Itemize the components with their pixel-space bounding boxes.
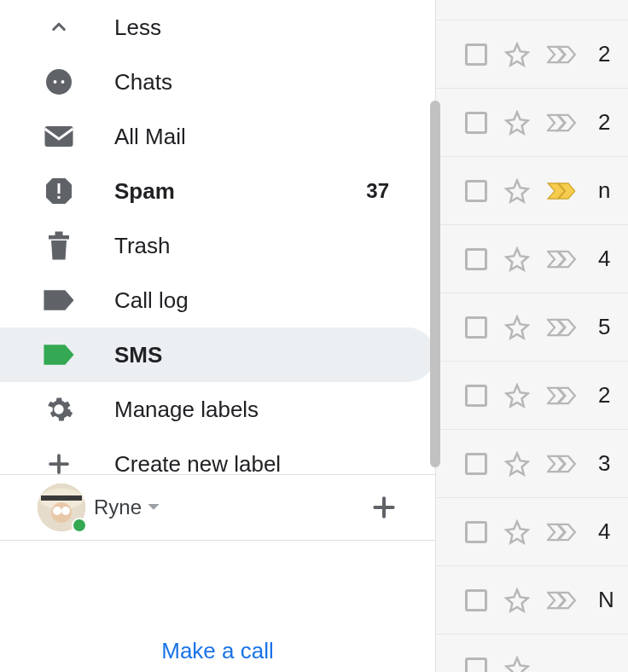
- row-checkbox[interactable]: [465, 658, 487, 673]
- importance-icon[interactable]: [547, 386, 576, 405]
- svg-point-13: [61, 507, 70, 515]
- sidebar-item-all-mail[interactable]: All Mail: [0, 109, 435, 164]
- star-icon[interactable]: [504, 110, 530, 136]
- svg-point-2: [61, 80, 65, 84]
- star-icon[interactable]: [504, 383, 530, 408]
- make-call-link[interactable]: Make a call: [0, 638, 435, 664]
- row-checkbox[interactable]: [465, 180, 487, 202]
- row-checkbox[interactable]: [465, 453, 487, 475]
- row-checkbox[interactable]: [465, 112, 487, 134]
- mail-row[interactable]: 3: [436, 430, 628, 498]
- row-text: n: [598, 177, 610, 204]
- importance-icon[interactable]: [547, 523, 576, 542]
- sidebar-item-label: Less: [114, 14, 161, 41]
- row-checkbox[interactable]: [465, 385, 487, 407]
- mail-row[interactable]: 2: [436, 20, 628, 89]
- sidebar-item-label: Chats: [114, 69, 172, 96]
- importance-icon[interactable]: [547, 318, 576, 337]
- importance-icon[interactable]: [547, 113, 576, 132]
- sidebar-item-count: 37: [366, 179, 389, 203]
- chats-icon: [41, 64, 77, 100]
- row-checkbox[interactable]: [465, 43, 487, 66]
- sidebar-item-call-log[interactable]: Call log: [0, 273, 435, 327]
- svg-rect-10: [41, 495, 82, 501]
- hangouts-user-name: Ryne: [94, 495, 142, 519]
- presence-indicator: [72, 518, 87, 533]
- row-text: 2: [598, 109, 610, 136]
- svg-rect-7: [55, 232, 63, 236]
- row-checkbox[interactable]: [465, 248, 487, 270]
- scrollbar[interactable]: [430, 101, 440, 467]
- mail-row-partial: [436, 0, 628, 20]
- importance-icon[interactable]: [547, 45, 576, 64]
- svg-rect-6: [49, 235, 69, 240]
- importance-icon[interactable]: [547, 455, 576, 473]
- mail-row[interactable]: N: [436, 566, 628, 634]
- chevron-up-icon: [41, 9, 77, 45]
- hangouts-footer: Ryne Make a call: [0, 472, 435, 672]
- sidebar-item-sms[interactable]: SMS: [0, 327, 435, 382]
- star-icon[interactable]: [504, 178, 530, 204]
- svg-point-1: [54, 80, 57, 84]
- sidebar-item-label: Trash: [114, 233, 171, 259]
- sidebar-item-label: Manage labels: [114, 397, 259, 423]
- importance-marked-icon[interactable]: [547, 182, 576, 200]
- sidebar-item-less[interactable]: Less: [0, 0, 435, 55]
- row-text: 2: [598, 382, 610, 408]
- row-text: 3: [598, 450, 610, 477]
- gear-icon: [41, 391, 77, 427]
- all-mail-icon: [41, 119, 77, 154]
- sidebar-item-manage-labels[interactable]: Manage labels: [0, 382, 435, 437]
- mail-row[interactable]: 4: [436, 498, 628, 566]
- row-text: 5: [598, 314, 610, 340]
- mail-row[interactable]: 2: [436, 362, 628, 430]
- star-icon[interactable]: [504, 246, 530, 272]
- mail-row[interactable]: 2: [436, 89, 628, 157]
- mail-row[interactable]: 5: [436, 293, 628, 362]
- row-checkbox[interactable]: [465, 589, 487, 611]
- mail-row[interactable]: [436, 634, 628, 672]
- sidebar-nav: Less Chats All Mail Spam 37: [0, 0, 435, 491]
- spam-icon: [41, 173, 77, 209]
- row-checkbox[interactable]: [465, 316, 487, 339]
- new-conversation-button[interactable]: [370, 494, 398, 521]
- trash-icon: [41, 228, 77, 264]
- svg-rect-5: [58, 196, 61, 199]
- sidebar-item-label: Spam: [114, 178, 175, 205]
- dropdown-caret-icon: [147, 502, 160, 513]
- sidebar-item-label: All Mail: [114, 124, 186, 150]
- sidebar-item-trash[interactable]: Trash: [0, 218, 435, 273]
- svg-rect-3: [45, 126, 73, 147]
- mail-row[interactable]: 4: [436, 225, 628, 293]
- sidebar-item-label: SMS: [114, 342, 162, 368]
- row-text: 4: [598, 518, 610, 545]
- label-icon: [41, 282, 77, 318]
- mail-row[interactable]: n: [436, 157, 628, 225]
- svg-rect-4: [58, 183, 61, 194]
- sidebar-item-spam[interactable]: Spam 37: [0, 164, 435, 218]
- sidebar-item-label: Call log: [114, 287, 189, 314]
- hangouts-user-row[interactable]: Ryne: [0, 475, 435, 541]
- star-icon[interactable]: [504, 588, 530, 613]
- row-text: 4: [598, 246, 610, 272]
- importance-icon[interactable]: [547, 591, 576, 610]
- sidebar-item-chats[interactable]: Chats: [0, 55, 435, 109]
- importance-icon[interactable]: [547, 250, 576, 269]
- row-text: 2: [598, 41, 610, 67]
- star-icon[interactable]: [504, 656, 530, 673]
- mail-list: 2 2 n 4 5: [435, 0, 628, 672]
- label-green-icon: [41, 337, 77, 373]
- star-icon[interactable]: [504, 451, 530, 477]
- svg-point-12: [53, 507, 61, 515]
- sidebar: Less Chats All Mail Spam 37: [0, 0, 435, 672]
- avatar: [38, 484, 85, 531]
- row-text: N: [598, 587, 614, 613]
- star-icon[interactable]: [504, 519, 530, 545]
- row-checkbox[interactable]: [465, 521, 487, 543]
- star-icon[interactable]: [504, 315, 530, 340]
- star-icon[interactable]: [504, 42, 530, 67]
